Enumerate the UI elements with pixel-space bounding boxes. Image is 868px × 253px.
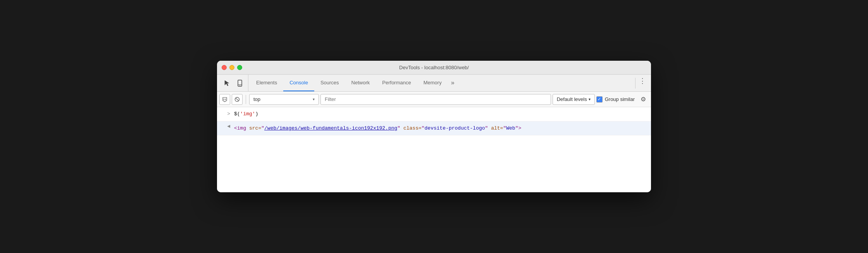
group-similar-checkbox[interactable]: ✓ [596, 96, 603, 103]
console-input-row: > $('img') [217, 107, 651, 121]
window-title: DevTools - localhost:8080/web/ [399, 65, 469, 70]
filter-input[interactable] [320, 94, 551, 105]
tab-memory[interactable]: Memory [417, 74, 448, 91]
svg-marker-3 [223, 97, 227, 102]
settings-gear-button[interactable]: ⚙ [638, 94, 649, 105]
main-toolbar: Elements Console Sources Network Perform… [217, 75, 651, 92]
traffic-lights [222, 65, 242, 70]
clear-console-button[interactable] [219, 94, 230, 105]
devtools-window: DevTools - localhost:8080/web/ Elements [217, 61, 651, 192]
maximize-button[interactable] [237, 65, 242, 70]
svg-point-2 [239, 85, 240, 86]
html-alt-value: Web [506, 125, 515, 131]
output-arrow-icon: ◀ [227, 123, 230, 129]
html-quote-2: " [397, 125, 400, 131]
js-paren-close: ) [255, 111, 258, 117]
ban-icon-button[interactable] [232, 94, 243, 105]
html-src-link[interactable]: /web/images/web-fundamentals-icon192x192… [264, 125, 397, 131]
more-tabs-button[interactable]: » [448, 74, 458, 91]
console-toolbar: top ▾ Default levels ▾ ✓ Group similar ⚙ [217, 92, 651, 107]
input-gutter: > [217, 111, 234, 117]
console-output-row: ◀ <img src="/web/images/web-fundamentals… [217, 121, 651, 136]
js-function-name: $( [234, 111, 240, 117]
input-prompt-icon: > [227, 111, 230, 117]
html-close-tag: "> [515, 125, 522, 131]
html-attr-alt: alt= [488, 125, 503, 131]
tab-performance[interactable]: Performance [376, 74, 417, 91]
gear-icon: ⚙ [641, 96, 646, 103]
toolbar-separator [635, 78, 636, 89]
html-quote-3: " [422, 125, 425, 131]
svg-line-7 [236, 98, 239, 101]
console-output: > $('img') ◀ <img src="/web/images/web-f… [217, 107, 651, 192]
tab-network[interactable]: Network [345, 74, 376, 91]
html-class-value: devsite-product-logo [425, 125, 485, 131]
close-button[interactable] [222, 65, 227, 70]
tabs-container: Elements Console Sources Network Perform… [250, 75, 634, 91]
default-levels-arrow-icon: ▾ [589, 97, 591, 101]
html-attr-class: class= [400, 125, 422, 131]
context-arrow-icon: ▾ [313, 97, 315, 101]
output-gutter: ◀ [217, 123, 234, 129]
tab-elements[interactable]: Elements [250, 74, 283, 91]
html-tag-open: <img [234, 125, 249, 131]
output-row-content: <img src="/web/images/web-fundamentals-i… [234, 123, 651, 134]
html-quote-1: " [261, 125, 264, 131]
tab-console[interactable]: Console [283, 74, 314, 91]
js-string-value: 'img' [240, 111, 255, 117]
group-similar-container[interactable]: ✓ Group similar [596, 96, 635, 103]
mobile-icon-button[interactable] [234, 77, 246, 89]
html-attr-src: src= [249, 125, 261, 131]
cursor-icon-button[interactable] [221, 77, 233, 89]
default-levels-dropdown[interactable]: Default levels ▾ [553, 94, 595, 105]
toolbar-icons [219, 75, 248, 91]
input-row-content: $('img') [234, 109, 651, 120]
minimize-button[interactable] [229, 65, 234, 70]
title-bar: DevTools - localhost:8080/web/ [217, 61, 651, 75]
tab-sources[interactable]: Sources [314, 74, 345, 91]
toolbar-separator-1 [246, 95, 246, 104]
kebab-menu-button[interactable]: ⋮ [636, 75, 649, 87]
context-selector[interactable]: top ▾ [249, 94, 319, 105]
group-similar-label: Group similar [605, 96, 635, 102]
